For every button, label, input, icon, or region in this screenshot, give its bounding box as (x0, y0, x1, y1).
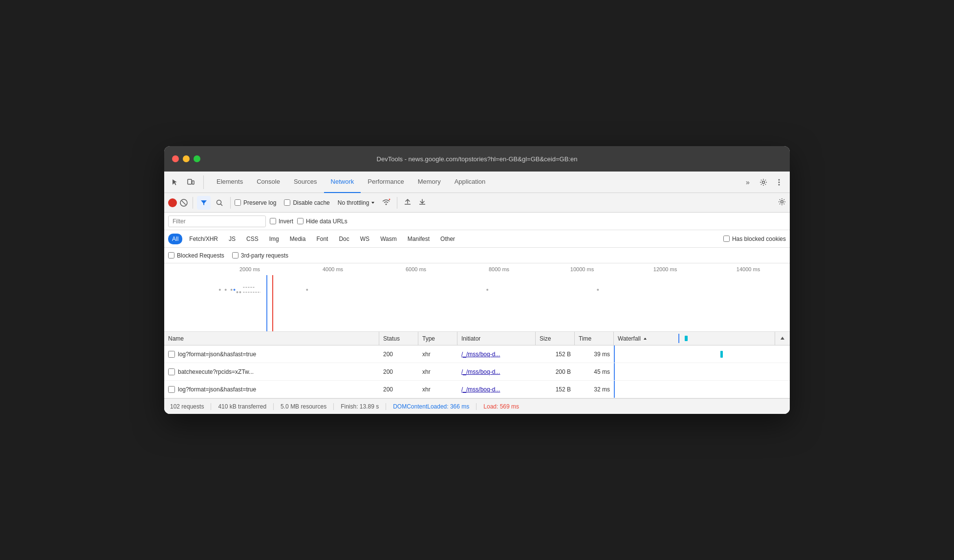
type-btn-all[interactable]: All (168, 234, 182, 244)
third-party-label[interactable]: 3rd-party requests (232, 252, 288, 259)
tab-network[interactable]: Network (324, 172, 361, 193)
th-waterfall[interactable]: Waterfall (614, 332, 775, 345)
tabs-container: Elements Console Sources Network Perform… (210, 172, 741, 193)
th-time[interactable]: Time (575, 332, 614, 345)
td-name-2: log?format=json&hasfast=true (164, 381, 379, 398)
td-initiator-0[interactable]: /_/mss/boq-d... (457, 345, 536, 363)
traffic-lights (172, 155, 200, 162)
network-toolbar: Preserve log Disable cache No throttling (164, 193, 790, 213)
th-sort-icon (775, 332, 790, 345)
maximize-button[interactable] (194, 155, 200, 162)
timeline-mark-3: 8000 ms (457, 266, 541, 272)
more-tabs-button[interactable]: » (741, 175, 755, 189)
tab-elements[interactable]: Elements (210, 172, 250, 193)
tab-memory[interactable]: Memory (411, 172, 448, 193)
tab-sources[interactable]: Sources (287, 172, 324, 193)
blocked-requests-checkbox[interactable] (168, 252, 174, 258)
invert-label[interactable]: Invert (270, 218, 293, 225)
has-blocked-cookies-label[interactable]: Has blocked cookies (723, 236, 786, 242)
row-checkbox-1[interactable] (168, 368, 175, 375)
td-time-0: 39 ms (575, 345, 614, 363)
type-btn-js[interactable]: JS (225, 234, 239, 244)
clear-button[interactable] (179, 198, 189, 208)
download-button[interactable] (418, 197, 427, 208)
preserve-log-label[interactable]: Preserve log (235, 199, 276, 206)
type-filter-bar: All Fetch/XHR JS CSS Img Media Font Doc … (164, 230, 790, 248)
more-options-button[interactable] (772, 175, 786, 189)
type-btn-other[interactable]: Other (436, 234, 459, 244)
third-party-checkbox[interactable] (232, 252, 238, 258)
type-btn-wasm[interactable]: Wasm (376, 234, 401, 244)
cursor-icon[interactable] (168, 175, 182, 189)
td-status-0: 200 (379, 345, 418, 363)
tab-bar: Elements Console Sources Network Perform… (164, 172, 790, 193)
timeline-chart (208, 275, 790, 331)
svg-point-8 (217, 200, 221, 204)
type-btn-ws[interactable]: WS (356, 234, 373, 244)
status-bar: 102 requests 410 kB transferred 5.0 MB r… (164, 398, 790, 414)
filter-button[interactable] (197, 196, 211, 210)
tab-bar-right: » (741, 175, 786, 189)
row-checkbox-2[interactable] (168, 386, 175, 393)
tab-bar-icons (168, 175, 204, 189)
svg-point-10 (386, 203, 387, 205)
hide-urls-label[interactable]: Hide data URLs (297, 218, 347, 225)
type-btn-fetch-xhr[interactable]: Fetch/XHR (185, 234, 222, 244)
timeline-mark-4: 10000 ms (541, 266, 624, 272)
th-name[interactable]: Name (164, 332, 379, 345)
table-row: batchexecute?rpcids=xZTw... 200 xhr /_/m… (164, 363, 790, 381)
record-button[interactable] (168, 198, 177, 207)
svg-point-18 (231, 289, 233, 291)
tab-performance[interactable]: Performance (361, 172, 411, 193)
td-time-1: 45 ms (575, 363, 614, 380)
td-size-1: 200 B (536, 363, 575, 380)
th-size[interactable]: Size (536, 332, 575, 345)
disable-cache-label[interactable]: Disable cache (284, 199, 329, 206)
timeline-ruler: 2000 ms 4000 ms 6000 ms 8000 ms 10000 ms… (164, 263, 790, 275)
preserve-log-checkbox[interactable] (235, 199, 241, 206)
waterfall-timeline: 2000 ms 4000 ms 6000 ms 8000 ms 10000 ms… (164, 263, 790, 332)
device-icon[interactable] (184, 175, 197, 189)
td-initiator-1[interactable]: /_/mss/boq-d... (457, 363, 536, 380)
td-initiator-2[interactable]: /_/mss/boq-d... (457, 381, 536, 398)
type-btn-doc[interactable]: Doc (335, 234, 353, 244)
th-initiator[interactable]: Initiator (457, 332, 536, 345)
type-btn-img[interactable]: Img (265, 234, 283, 244)
type-btn-font[interactable]: Font (312, 234, 332, 244)
tab-application[interactable]: Application (448, 172, 493, 193)
td-empty-0 (775, 345, 790, 363)
svg-line-7 (182, 201, 186, 205)
timeline-mark-2: 6000 ms (374, 266, 457, 272)
td-name-0: log?format=json&hasfast=true (164, 345, 379, 363)
network-settings-icon[interactable] (778, 198, 786, 208)
row-checkbox-0[interactable] (168, 351, 175, 358)
filter-input[interactable] (168, 215, 266, 227)
upload-button[interactable] (403, 197, 412, 208)
th-status[interactable]: Status (379, 332, 418, 345)
type-btn-manifest[interactable]: Manifest (404, 234, 434, 244)
td-empty-1 (775, 363, 790, 380)
th-type[interactable]: Type (418, 332, 457, 345)
svg-point-16 (219, 289, 221, 291)
tab-console[interactable]: Console (250, 172, 287, 193)
svg-point-20 (237, 291, 238, 293)
blocked-requests-label[interactable]: Blocked Requests (168, 252, 224, 259)
invert-checkbox[interactable] (270, 218, 276, 224)
throttle-dropdown[interactable]: No throttling (338, 199, 376, 206)
type-btn-css[interactable]: CSS (242, 234, 262, 244)
svg-point-3 (779, 179, 780, 180)
search-button[interactable] (213, 196, 226, 210)
td-empty-2 (775, 381, 790, 398)
minimize-button[interactable] (183, 155, 190, 162)
close-button[interactable] (172, 155, 179, 162)
td-type-1: xhr (418, 363, 457, 380)
td-name-1: batchexecute?rpcids=xZTw... (164, 363, 379, 380)
has-blocked-cookies-checkbox[interactable] (723, 236, 730, 242)
timeline-mark-1: 4000 ms (291, 266, 374, 272)
type-btn-media[interactable]: Media (286, 234, 310, 244)
svg-point-5 (779, 184, 780, 185)
disable-cache-checkbox[interactable] (284, 199, 290, 206)
filter-bar: Invert Hide data URLs (164, 213, 790, 230)
hide-urls-checkbox[interactable] (297, 218, 304, 224)
settings-button[interactable] (757, 175, 770, 189)
